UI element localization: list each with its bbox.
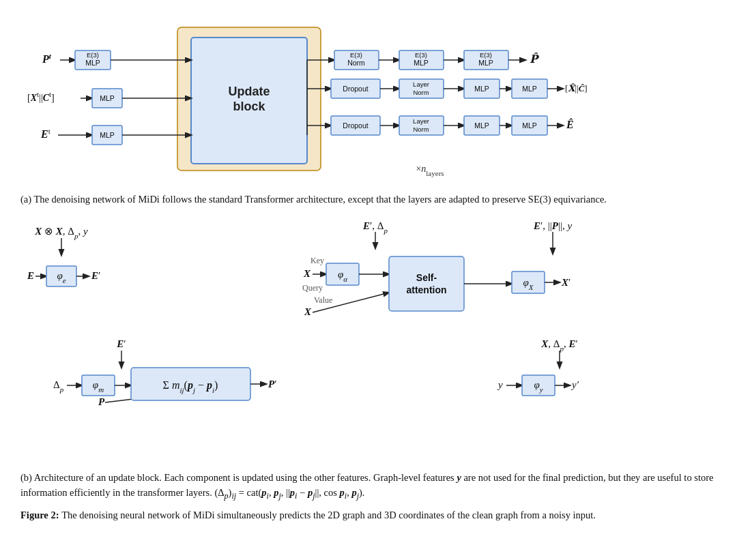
svg-text:X ⊗ X, Δp, y: X ⊗ X, Δp, y bbox=[34, 226, 88, 240]
svg-text:MLP: MLP bbox=[474, 121, 489, 130]
svg-text:Query: Query bbox=[302, 283, 323, 293]
svg-text:E: E bbox=[27, 270, 34, 281]
figure-caption: Figure 2: The denoising neural network o… bbox=[20, 507, 717, 522]
svg-text:MLP: MLP bbox=[522, 121, 537, 130]
svg-text:Key: Key bbox=[310, 256, 324, 265]
svg-text:X, Δp, E′: X, Δp, E′ bbox=[540, 338, 577, 353]
svg-text:MLP: MLP bbox=[478, 59, 493, 67]
svg-text:E(3): E(3) bbox=[480, 51, 492, 59]
svg-text:E′, ||P||, y: E′, ||P||, y bbox=[533, 220, 573, 231]
svg-text:y′: y′ bbox=[570, 379, 579, 390]
caption-b-text: (b) Architecture of an update block. Eac… bbox=[20, 472, 713, 498]
diagram-a: Update block ×nlayers Pt E(3) MLP E(3) N… bbox=[20, 14, 717, 184]
svg-text:Pt: Pt bbox=[42, 52, 52, 65]
svg-rect-87 bbox=[389, 256, 464, 311]
svg-text:Et: Et bbox=[40, 127, 50, 140]
svg-text:X′: X′ bbox=[561, 277, 570, 288]
diagram-b-svg: X ⊗ X, Δp, y E φe E′ E′, Δp Key X Query … bbox=[20, 214, 717, 460]
svg-text:X: X bbox=[303, 268, 311, 279]
svg-text:×nlayers: ×nlayers bbox=[416, 164, 444, 177]
svg-text:Dropout: Dropout bbox=[343, 85, 368, 93]
svg-text:Value: Value bbox=[314, 295, 332, 305]
svg-text:Self-: Self- bbox=[416, 272, 437, 283]
svg-text:[Xt||Ct]: [Xt||Ct] bbox=[27, 90, 55, 103]
svg-text:MLP: MLP bbox=[100, 94, 115, 102]
svg-text:MLP: MLP bbox=[100, 131, 115, 139]
svg-text:E(3): E(3) bbox=[350, 51, 362, 59]
svg-text:MLP: MLP bbox=[85, 59, 100, 67]
svg-text:Δp: Δp bbox=[53, 379, 64, 394]
svg-text:E′: E′ bbox=[91, 270, 100, 281]
caption-a-text: (a) The denoising network of MiDi follow… bbox=[20, 194, 607, 205]
svg-text:[X̂||Ĉ]: [X̂||Ĉ] bbox=[565, 83, 588, 93]
svg-text:Layer: Layer bbox=[413, 80, 429, 88]
svg-text:MLP: MLP bbox=[522, 85, 537, 93]
svg-text:E(3): E(3) bbox=[87, 51, 99, 59]
svg-text:Norm: Norm bbox=[347, 59, 365, 67]
svg-text:P′: P′ bbox=[268, 379, 276, 389]
caption-b: (b) Architecture of an update block. Eac… bbox=[20, 471, 717, 502]
figure-label: Figure 2: bbox=[20, 510, 61, 520]
svg-text:E′: E′ bbox=[116, 338, 126, 349]
svg-text:Norm: Norm bbox=[413, 89, 429, 96]
svg-text:P̂: P̂ bbox=[530, 53, 540, 65]
svg-text:MLP: MLP bbox=[414, 59, 429, 67]
svg-text:P: P bbox=[98, 396, 105, 407]
diagram-a-svg: Update block ×nlayers Pt E(3) MLP E(3) N… bbox=[20, 14, 717, 184]
svg-text:Update: Update bbox=[228, 85, 270, 98]
figure-caption-body: The denoising neural network of MiDi sim… bbox=[61, 510, 596, 520]
svg-text:Norm: Norm bbox=[413, 126, 429, 133]
svg-text:MLP: MLP bbox=[474, 85, 489, 93]
figure-caption-text: Figure 2: The denoising neural network o… bbox=[20, 510, 596, 520]
svg-text:Layer: Layer bbox=[413, 117, 429, 125]
svg-text:Dropout: Dropout bbox=[343, 121, 368, 130]
diagram-b: X ⊗ X, Δp, y E φe E′ E′, Δp Key X Query … bbox=[20, 214, 717, 462]
svg-text:attention: attention bbox=[406, 284, 446, 295]
svg-text:Ê: Ê bbox=[566, 118, 574, 130]
caption-a: (a) The denoising network of MiDi follow… bbox=[20, 192, 717, 207]
svg-text:y: y bbox=[497, 379, 503, 390]
svg-text:block: block bbox=[233, 100, 265, 113]
svg-text:E(3): E(3) bbox=[415, 51, 427, 59]
svg-text:X: X bbox=[304, 306, 312, 317]
